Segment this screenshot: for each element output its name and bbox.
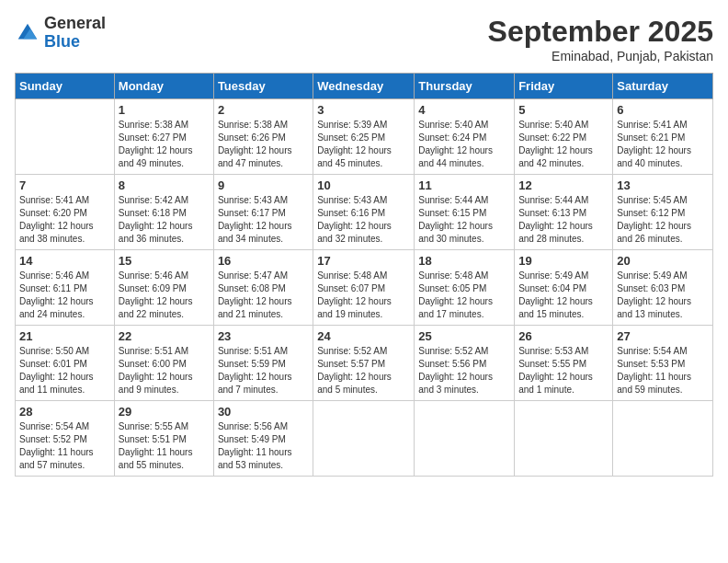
calendar-cell: 23Sunrise: 5:51 AM Sunset: 5:59 PM Dayli… — [213, 326, 313, 401]
calendar-cell: 24Sunrise: 5:52 AM Sunset: 5:57 PM Dayli… — [313, 326, 415, 401]
day-info: Sunrise: 5:54 AM Sunset: 5:53 PM Dayligh… — [617, 345, 709, 396]
day-number: 27 — [617, 329, 709, 343]
header-cell-monday: Monday — [114, 74, 213, 99]
day-info: Sunrise: 5:55 AM Sunset: 5:51 PM Dayligh… — [119, 420, 210, 472]
week-row-4: 21Sunrise: 5:50 AM Sunset: 6:01 PM Dayli… — [16, 326, 713, 401]
day-number: 9 — [218, 178, 309, 192]
day-info: Sunrise: 5:51 AM Sunset: 6:00 PM Dayligh… — [119, 345, 210, 396]
header-cell-saturday: Saturday — [613, 74, 713, 99]
day-info: Sunrise: 5:51 AM Sunset: 5:59 PM Dayligh… — [218, 345, 309, 396]
day-number: 22 — [119, 329, 210, 343]
day-info: Sunrise: 5:46 AM Sunset: 6:11 PM Dayligh… — [19, 270, 110, 321]
calendar-cell: 27Sunrise: 5:54 AM Sunset: 5:53 PM Dayli… — [613, 326, 713, 401]
day-info: Sunrise: 5:39 AM Sunset: 6:25 PM Dayligh… — [317, 119, 410, 170]
header-cell-tuesday: Tuesday — [213, 74, 313, 99]
day-info: Sunrise: 5:40 AM Sunset: 6:24 PM Dayligh… — [418, 119, 510, 170]
calendar-cell: 19Sunrise: 5:49 AM Sunset: 6:04 PM Dayli… — [515, 250, 613, 326]
day-number: 6 — [617, 103, 709, 117]
calendar-cell: 15Sunrise: 5:46 AM Sunset: 6:09 PM Dayli… — [114, 250, 213, 326]
day-number: 20 — [617, 254, 709, 268]
day-info: Sunrise: 5:48 AM Sunset: 6:05 PM Dayligh… — [418, 270, 510, 321]
day-info: Sunrise: 5:53 AM Sunset: 5:55 PM Dayligh… — [518, 345, 609, 396]
calendar-cell: 13Sunrise: 5:45 AM Sunset: 6:12 PM Dayli… — [613, 175, 713, 250]
calendar-cell: 18Sunrise: 5:48 AM Sunset: 6:05 PM Dayli… — [415, 250, 515, 326]
day-number: 3 — [317, 103, 410, 117]
calendar-cell — [415, 401, 515, 477]
header-row: SundayMondayTuesdayWednesdayThursdayFrid… — [16, 74, 713, 99]
calendar-cell: 29Sunrise: 5:55 AM Sunset: 5:51 PM Dayli… — [114, 401, 213, 477]
week-row-5: 28Sunrise: 5:54 AM Sunset: 5:52 PM Dayli… — [16, 401, 713, 477]
calendar-cell: 2Sunrise: 5:38 AM Sunset: 6:26 PM Daylig… — [213, 99, 313, 175]
day-info: Sunrise: 5:44 AM Sunset: 6:13 PM Dayligh… — [518, 194, 609, 246]
location: Eminabad, Punjab, Pakistan — [488, 49, 713, 63]
calendar-cell — [515, 401, 613, 477]
day-info: Sunrise: 5:38 AM Sunset: 6:26 PM Dayligh… — [218, 119, 309, 170]
calendar-cell: 12Sunrise: 5:44 AM Sunset: 6:13 PM Dayli… — [515, 175, 613, 250]
day-info: Sunrise: 5:41 AM Sunset: 6:21 PM Dayligh… — [617, 119, 709, 170]
day-info: Sunrise: 5:42 AM Sunset: 6:18 PM Dayligh… — [119, 194, 210, 246]
day-number: 19 — [518, 254, 609, 268]
calendar-cell: 28Sunrise: 5:54 AM Sunset: 5:52 PM Dayli… — [16, 401, 115, 477]
day-number: 13 — [617, 178, 709, 192]
day-info: Sunrise: 5:54 AM Sunset: 5:52 PM Dayligh… — [19, 420, 110, 472]
day-number: 24 — [317, 329, 410, 343]
day-number: 29 — [119, 405, 210, 419]
day-number: 4 — [418, 103, 510, 117]
calendar-cell: 8Sunrise: 5:42 AM Sunset: 6:18 PM Daylig… — [114, 175, 213, 250]
week-row-3: 14Sunrise: 5:46 AM Sunset: 6:11 PM Dayli… — [16, 250, 713, 326]
header-cell-friday: Friday — [515, 74, 613, 99]
calendar-cell: 9Sunrise: 5:43 AM Sunset: 6:17 PM Daylig… — [213, 175, 313, 250]
day-number: 30 — [218, 405, 309, 419]
calendar-cell: 30Sunrise: 5:56 AM Sunset: 5:49 PM Dayli… — [213, 401, 313, 477]
week-row-2: 7Sunrise: 5:41 AM Sunset: 6:20 PM Daylig… — [16, 175, 713, 250]
header-cell-wednesday: Wednesday — [313, 74, 415, 99]
day-number: 16 — [218, 254, 309, 268]
day-info: Sunrise: 5:43 AM Sunset: 6:17 PM Dayligh… — [218, 194, 309, 246]
day-number: 28 — [19, 405, 110, 419]
day-info: Sunrise: 5:41 AM Sunset: 6:20 PM Dayligh… — [19, 194, 110, 246]
calendar-cell: 22Sunrise: 5:51 AM Sunset: 6:00 PM Dayli… — [114, 326, 213, 401]
day-info: Sunrise: 5:46 AM Sunset: 6:09 PM Dayligh… — [119, 270, 210, 321]
calendar-cell: 17Sunrise: 5:48 AM Sunset: 6:07 PM Dayli… — [313, 250, 415, 326]
calendar-cell: 14Sunrise: 5:46 AM Sunset: 6:11 PM Dayli… — [16, 250, 115, 326]
calendar-cell: 1Sunrise: 5:38 AM Sunset: 6:27 PM Daylig… — [114, 99, 213, 175]
calendar-cell: 7Sunrise: 5:41 AM Sunset: 6:20 PM Daylig… — [16, 175, 115, 250]
calendar-header: SundayMondayTuesdayWednesdayThursdayFrid… — [16, 74, 713, 99]
calendar-cell: 10Sunrise: 5:43 AM Sunset: 6:16 PM Dayli… — [313, 175, 415, 250]
calendar-cell — [313, 401, 415, 477]
header-cell-sunday: Sunday — [16, 74, 115, 99]
day-number: 17 — [317, 254, 410, 268]
calendar-cell — [16, 99, 115, 175]
day-info: Sunrise: 5:56 AM Sunset: 5:49 PM Dayligh… — [218, 420, 309, 472]
day-number: 12 — [518, 178, 609, 192]
calendar-body: 1Sunrise: 5:38 AM Sunset: 6:27 PM Daylig… — [16, 99, 713, 477]
calendar-cell: 21Sunrise: 5:50 AM Sunset: 6:01 PM Dayli… — [16, 326, 115, 401]
day-info: Sunrise: 5:49 AM Sunset: 6:03 PM Dayligh… — [617, 270, 709, 321]
day-number: 14 — [19, 254, 110, 268]
calendar-cell: 4Sunrise: 5:40 AM Sunset: 6:24 PM Daylig… — [415, 99, 515, 175]
day-number: 5 — [518, 103, 609, 117]
header-cell-thursday: Thursday — [415, 74, 515, 99]
calendar-cell: 25Sunrise: 5:52 AM Sunset: 5:56 PM Dayli… — [415, 326, 515, 401]
day-number: 23 — [218, 329, 309, 343]
day-info: Sunrise: 5:43 AM Sunset: 6:16 PM Dayligh… — [317, 194, 410, 246]
day-info: Sunrise: 5:44 AM Sunset: 6:15 PM Dayligh… — [418, 194, 510, 246]
day-number: 18 — [418, 254, 510, 268]
day-info: Sunrise: 5:47 AM Sunset: 6:08 PM Dayligh… — [218, 270, 309, 321]
calendar-cell: 3Sunrise: 5:39 AM Sunset: 6:25 PM Daylig… — [313, 99, 415, 175]
logo-icon — [15, 20, 40, 46]
day-info: Sunrise: 5:40 AM Sunset: 6:22 PM Dayligh… — [518, 119, 609, 170]
day-info: Sunrise: 5:45 AM Sunset: 6:12 PM Dayligh… — [617, 194, 709, 246]
day-info: Sunrise: 5:48 AM Sunset: 6:07 PM Dayligh… — [317, 270, 410, 321]
title-block: September 2025 Eminabad, Punjab, Pakista… — [488, 15, 713, 63]
day-number: 11 — [418, 178, 510, 192]
day-number: 2 — [218, 103, 309, 117]
day-info: Sunrise: 5:38 AM Sunset: 6:27 PM Dayligh… — [119, 119, 210, 170]
calendar-cell: 26Sunrise: 5:53 AM Sunset: 5:55 PM Dayli… — [515, 326, 613, 401]
day-number: 26 — [518, 329, 609, 343]
calendar-cell: 6Sunrise: 5:41 AM Sunset: 6:21 PM Daylig… — [613, 99, 713, 175]
day-number: 1 — [119, 103, 210, 117]
calendar-cell: 20Sunrise: 5:49 AM Sunset: 6:03 PM Dayli… — [613, 250, 713, 326]
day-number: 25 — [418, 329, 510, 343]
calendar-cell: 5Sunrise: 5:40 AM Sunset: 6:22 PM Daylig… — [515, 99, 613, 175]
